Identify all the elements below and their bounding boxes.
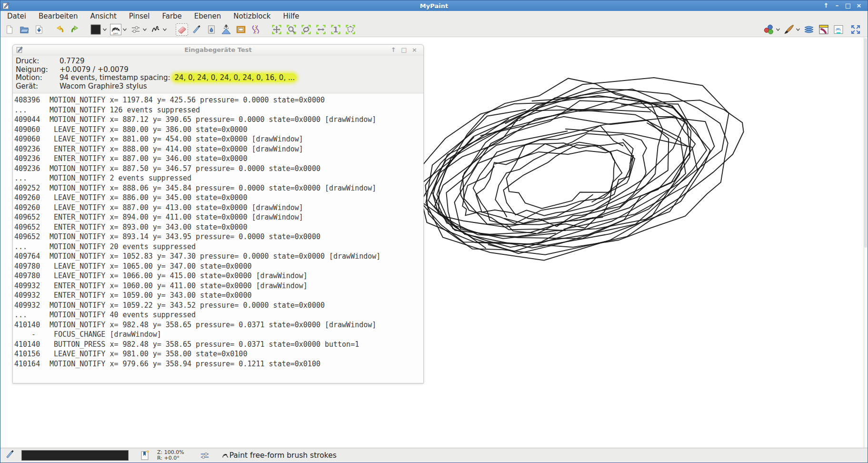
document-open-icon[interactable]: [18, 23, 30, 36]
menu-pinsel[interactable]: Pinsel: [123, 11, 156, 21]
log-row: 409932 ENTER_NOTIFY x= 1060.00 y= 411.00…: [14, 281, 423, 291]
scrollbar-thumb[interactable]: [864, 38, 867, 248]
log-row: 409260 LEAVE_NOTIFY x= 886.00 y= 345.00 …: [14, 193, 423, 203]
move-layer-icon[interactable]: [220, 23, 232, 36]
color-swatch-icon[interactable]: [90, 23, 102, 36]
view-zoom-icon[interactable]: [285, 23, 298, 36]
chevron-down-icon[interactable]: [102, 28, 107, 31]
symmetry-icon[interactable]: [249, 23, 262, 36]
field-label: Gerät:: [16, 82, 60, 91]
log-row: 410140 BUTTON_PRESS x= 982.48 y= 358.65 …: [14, 340, 423, 350]
paintbrush-icon[interactable]: [783, 23, 795, 36]
log-row: 409652 ENTER_NOTIFY x= 893.00 y= 343.00 …: [14, 222, 423, 232]
brush-preview-icon[interactable]: pen: [110, 23, 122, 36]
log-row: 409044MOTION_NOTIFY x= 887.12 y= 390.65 …: [14, 115, 423, 125]
dialog-shade-button[interactable]: ↑: [390, 46, 397, 53]
fullscreen-icon[interactable]: [849, 23, 862, 36]
brush-group-icon[interactable]: [818, 23, 830, 36]
view-fit-icon[interactable]: [344, 23, 357, 36]
layers-icon[interactable]: [803, 23, 815, 36]
chevron-down-icon[interactable]: [162, 28, 167, 31]
chevron-down-icon[interactable]: [776, 28, 780, 31]
log-row: 409780 LEAVE_NOTIFY x= 1065.00 y= 347.00…: [14, 262, 423, 272]
frame-edit-icon[interactable]: [235, 23, 247, 36]
log-row: 409764MOTION_NOTIFY x= 1052.83 y= 347.30…: [14, 252, 423, 262]
scratchpad-doc-icon[interactable]: [140, 450, 150, 461]
maximize-button[interactable]: □: [844, 1, 852, 10]
view-mirror-icon[interactable]: [315, 23, 327, 36]
log-row: ...MOTION_NOTIFY 40 events suppressed: [14, 310, 423, 320]
device-field-row: Druck:0.7729: [13, 57, 423, 66]
status-bar: Z: 100.0% R: +0.0° Paint free-form brush…: [0, 448, 868, 463]
view-rotate-icon[interactable]: [300, 23, 312, 36]
brush-settings-icon[interactable]: [200, 451, 210, 460]
color-triad-icon[interactable]: [763, 23, 775, 36]
log-row: 409236 ENTER_NOTIFY x= 888.00 y= 414.00 …: [14, 144, 423, 154]
pick-stroke-icon[interactable]: [190, 23, 203, 36]
dialog-title: Eingabegeräte Test: [13, 46, 423, 53]
menu-ebenen[interactable]: Ebenen: [188, 11, 227, 21]
device-info-fields: Druck:0.7729Neigung:+0.0079 / +0.0079Mot…: [13, 55, 423, 93]
chevron-down-icon[interactable]: [796, 28, 800, 31]
log-row: 409932 ENTER_NOTIFY x= 1059.00 y= 343.00…: [14, 291, 423, 301]
undo-arrow-icon[interactable]: [54, 23, 66, 36]
canvas-area[interactable]: Eingabegeräte Test ↑ □ × Druck:0.7729Nei…: [0, 37, 868, 448]
menu-hilfe[interactable]: Hilfe: [277, 11, 305, 21]
field-label: Druck:: [16, 57, 60, 66]
pick-layer-icon[interactable]: [205, 23, 218, 36]
zoom-rotation-readout: Z: 100.0% R: +0.0°: [157, 450, 184, 462]
chevron-down-icon[interactable]: [142, 28, 147, 31]
document-save-icon[interactable]: [33, 23, 45, 36]
log-row: 409932MOTION_NOTIFY x= 1059.22 y= 343.52…: [14, 301, 423, 311]
freehand-icon: [221, 451, 229, 460]
vertical-scrollbar[interactable]: [864, 37, 868, 448]
minimize-button[interactable]: –: [833, 1, 841, 10]
brush-settings-icon[interactable]: [130, 23, 142, 36]
tool-windows-icon[interactable]: [832, 23, 845, 36]
svg-text:1: 1: [333, 25, 338, 34]
field-value: 0.7729: [60, 57, 85, 66]
field-label: Neigung:: [16, 66, 60, 74]
log-row: 409060 LEAVE_NOTIFY x= 880.00 y= 386.00 …: [14, 125, 423, 135]
log-row: - FOCUS_CHANGE [drawWindow]: [14, 330, 423, 340]
redo-arrow-icon[interactable]: [69, 23, 81, 36]
field-value: +0.0079 / +0.0079: [60, 66, 129, 74]
device-field-row: Motion:94 events, timestamp spacing: 24,…: [13, 74, 423, 82]
menu-bearbeiten[interactable]: Bearbeiten: [32, 11, 84, 21]
dialog-close-button[interactable]: ×: [411, 46, 418, 53]
view-pan-icon[interactable]: [270, 23, 283, 36]
menu-notizblock[interactable]: Notizblock: [227, 11, 277, 21]
color-pick-icon[interactable]: [5, 450, 15, 461]
event-log[interactable]: 408396MOTION_NOTIFY x= 1197.84 y= 425.56…: [13, 93, 423, 383]
input-test-dialog[interactable]: Eingabegeräte Test ↑ □ × Druck:0.7729Nei…: [12, 44, 424, 383]
menu-datei[interactable]: Datei: [1, 11, 32, 21]
dialog-title-bar[interactable]: Eingabegeräte Test ↑ □ ×: [13, 45, 423, 55]
status-message: Paint free-form brush strokes: [229, 451, 337, 460]
mypaint-window: MyPaint ↑ – □ × DateiBearbeitenAnsichtPi…: [0, 0, 868, 463]
close-button[interactable]: ×: [855, 1, 863, 10]
menu-farbe[interactable]: Farbe: [156, 11, 188, 21]
brush-color-swatch[interactable]: [21, 450, 129, 461]
document-new-icon[interactable]: [3, 23, 16, 36]
log-row: 408396MOTION_NOTIFY x= 1197.84 y= 425.56…: [14, 95, 423, 105]
eraser-icon[interactable]: [176, 23, 188, 36]
log-row: ...MOTION_NOTIFY 126 events suppressed: [14, 105, 423, 115]
view-reset-1-icon[interactable]: 1: [329, 23, 342, 36]
menu-bar: DateiBearbeitenAnsichtPinselFarbeEbenenN…: [0, 11, 868, 22]
title-bar[interactable]: MyPaint ↑ – □ ×: [0, 0, 868, 11]
log-row: 409060 LEAVE_NOTIFY x= 881.00 y= 454.00 …: [14, 134, 423, 144]
field-value: Wacom Graphire3 stylus: [60, 82, 147, 91]
log-row: 410156 LEAVE_NOTIFY x= 981.00 y= 358.00 …: [14, 349, 423, 359]
log-row: 410164MOTION_NOTIFY x= 979.66 y= 358.94 …: [14, 359, 423, 369]
chevron-down-icon[interactable]: [122, 28, 127, 31]
menu-ansicht[interactable]: Ansicht: [84, 11, 122, 21]
log-row: 409252MOTION_NOTIFY x= 888.06 y= 345.84 …: [14, 183, 423, 193]
dialog-maximize-button[interactable]: □: [401, 46, 407, 53]
log-row: 409236MOTION_NOTIFY x= 887.50 y= 346.57 …: [14, 164, 423, 174]
device-field-row: Neigung:+0.0079 / +0.0079: [13, 66, 423, 74]
field-value: 94 events, timestamp spacing: 24, 0, 24,…: [60, 74, 297, 82]
shade-button[interactable]: ↑: [822, 1, 830, 10]
log-row: 409236 ENTER_NOTIFY x= 887.00 y= 346.00 …: [14, 154, 423, 164]
stroke-style-icon[interactable]: [150, 23, 162, 36]
log-row: 409780 LEAVE_NOTIFY x= 1066.00 y= 415.00…: [14, 271, 423, 281]
